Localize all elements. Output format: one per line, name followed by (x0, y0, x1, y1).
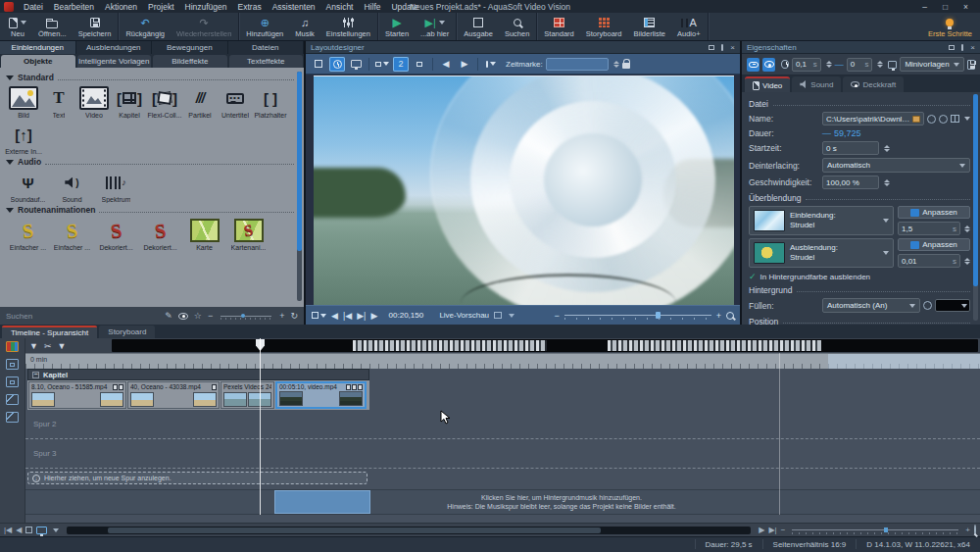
zeitmarke-spinner[interactable] (613, 61, 619, 68)
timeline-clip-2[interactable]: 40, Oceano - 43038.mp4 (127, 381, 220, 409)
speed-field[interactable]: 100,00 % (822, 176, 879, 189)
undo-button[interactable]: ↶Rückgängig (120, 13, 171, 40)
tab-video[interactable]: Video (745, 76, 790, 92)
fade-in-duration[interactable]: 1,5s (898, 222, 960, 235)
deinterlacing-dropdown[interactable]: Automatisch (822, 158, 970, 173)
fade-to-background-checkbox[interactable]: ✓ In Hintergrundfarbe ausblenden (749, 272, 970, 281)
flag-icon[interactable] (483, 57, 499, 72)
route-kartenanimation[interactable]: SKartenani... (226, 218, 270, 251)
section-routenanimationen[interactable]: Routenanimationen (6, 205, 294, 215)
cursor-next-icon[interactable]: ▶ (457, 57, 472, 72)
minivorlagen-dropdown[interactable]: Minivorlagen (900, 57, 963, 72)
timeline-hscrollbar[interactable] (67, 527, 751, 534)
search-input[interactable] (6, 312, 159, 321)
menu-hilfe[interactable]: Hilfe (359, 2, 385, 12)
layout-standard-button[interactable]: Standard (538, 13, 579, 40)
float-panel-icon[interactable] (709, 45, 714, 50)
preview-monitor-icon[interactable] (36, 527, 47, 534)
file-path-field[interactable]: C:\Users\patrik\Downloads\video.mp4 (822, 112, 924, 125)
fade-out-anpassen-button[interactable]: Anpassen (898, 238, 970, 251)
collapse-track-icon[interactable]: − (32, 372, 39, 378)
object-externe-inhalte[interactable]: [↑]Externe In... (6, 122, 41, 155)
object-spektrum[interactable]: ♪Spektrum (94, 170, 138, 203)
go-end-icon[interactable]: ▶| (768, 526, 776, 534)
fade-out-duration[interactable]: 0,01s (898, 254, 960, 268)
color-picker-icon[interactable] (923, 301, 932, 310)
layout-storyboard-button[interactable]: Storyboard (580, 13, 628, 40)
route-dekoriert-2[interactable]: SDekoriert... (138, 218, 182, 251)
go-start-icon[interactable]: |◀ (4, 526, 12, 534)
object-kapitel[interactable]: []Kapitel (112, 85, 147, 119)
music-track[interactable]: Klicken Sie hier, um Hintergrundmusik hi… (25, 489, 980, 515)
object-bild[interactable]: Bild (6, 85, 41, 119)
layout-bilderliste-button[interactable]: Bilderliste (627, 13, 671, 40)
fade-in-duration-field[interactable]: 0,1s (792, 58, 821, 72)
link-toggle-icon[interactable] (747, 58, 760, 72)
play-back-icon[interactable]: ◀ (16, 526, 22, 534)
timeline-clip-4-selected[interactable]: 00:05:10, video.mp4 (275, 381, 367, 409)
menu-aktionen[interactable]: Aktionen (100, 2, 142, 12)
preview-zoom-slider[interactable] (564, 315, 711, 316)
tab-timeline-spuransicht[interactable]: Timeline - Spuransicht (2, 326, 97, 338)
start-time-field[interactable]: 0 s (822, 141, 879, 155)
visibility-toggle-icon[interactable] (762, 58, 775, 72)
skip-end-icon[interactable]: ▶| (357, 311, 366, 321)
stop-icon[interactable] (25, 527, 32, 533)
fade-out-dropdown[interactable]: Ausblendung:Strudel (749, 238, 894, 268)
timeline-zoom-in-icon[interactable]: + (965, 526, 970, 534)
preview-menu-icon[interactable] (494, 312, 502, 319)
fill-mode-dropdown[interactable]: Automatisch (An) (822, 298, 920, 313)
erste-schritte-button[interactable]: Erste Schritte (922, 13, 978, 40)
pin-panel-icon[interactable] (961, 44, 963, 51)
music-button[interactable]: ♫Musik (289, 13, 320, 40)
layout-audio-button[interactable]: AAudio+ (671, 13, 707, 40)
route-einfacher-2[interactable]: SEinfacher ... (50, 218, 94, 251)
zoom-in-icon[interactable]: + (279, 311, 284, 321)
track-view-icon[interactable] (6, 341, 19, 352)
start-from-here-button[interactable]: ▶|...ab hier (415, 13, 455, 40)
object-partikel[interactable]: ///Partikel (182, 85, 218, 119)
cursor-prev-icon[interactable]: ◀ (438, 57, 454, 72)
track-spur3[interactable]: Spur 3 (25, 439, 980, 469)
properties-scrollbar[interactable] (973, 94, 978, 321)
tab-intelligente-vorlagen[interactable]: Intelligente Vorlagen (77, 55, 152, 68)
duration-link[interactable]: 59,725 (834, 128, 861, 138)
duplicate-track-icon[interactable] (6, 359, 19, 370)
edit-filter-icon[interactable]: ✎ (165, 311, 172, 321)
snap-2-icon[interactable]: 2 (393, 57, 409, 72)
timeline-clip-1[interactable]: 8.10, Oceano - 51585.mp4 (28, 381, 126, 409)
object-video[interactable]: Video (76, 85, 112, 119)
timeline-magnifier-icon[interactable] (974, 526, 976, 534)
tab-einblendungen[interactable]: Einblendungen (0, 41, 76, 54)
output-button[interactable]: Ausgabe (458, 13, 499, 40)
object-soundaufnahme[interactable]: ΨSoundauf... (6, 170, 50, 203)
menu-datei[interactable]: Datei (19, 2, 48, 12)
visibility-icon[interactable] (178, 313, 188, 320)
preview-zoom-out-icon[interactable]: − (554, 311, 559, 321)
new-button[interactable]: Neu (3, 13, 32, 40)
skip-start-icon[interactable]: |◀ (343, 311, 352, 321)
grid-2-icon[interactable] (412, 57, 427, 72)
maximize-button[interactable]: □ (943, 2, 948, 12)
section-audio[interactable]: Audio (6, 157, 294, 167)
timeline-playhead[interactable] (260, 338, 261, 515)
toolbox-scrollbar[interactable] (297, 72, 302, 301)
reset-view-icon[interactable]: ↻ (290, 311, 298, 321)
close-panel-icon[interactable]: × (970, 43, 975, 52)
menu-assistenten[interactable]: Assistenten (268, 2, 320, 12)
chevron-down-icon[interactable] (964, 117, 970, 121)
object-sound[interactable]: )Sound (50, 170, 94, 203)
fit-range-icon[interactable] (6, 412, 19, 423)
timeline-clip-3[interactable]: Pexels Videos 2430828... (220, 381, 274, 409)
menu-bearbeiten[interactable]: Bearbeiten (49, 2, 99, 12)
tab-texteffekte[interactable]: Texteffekte (229, 55, 304, 68)
close-button[interactable]: × (963, 2, 968, 12)
copy-track-icon[interactable] (6, 376, 19, 387)
fade-in-dropdown[interactable]: Einblendung:Strudel (749, 206, 894, 235)
tab-sound[interactable]: Sound (792, 76, 841, 92)
monitor-icon[interactable] (888, 61, 897, 69)
timeline-zoom-slider[interactable] (792, 529, 958, 530)
rotate-left-icon[interactable] (927, 115, 936, 124)
fade-in-anpassen-button[interactable]: Anpassen (898, 206, 970, 219)
timeline-zoom-out-icon[interactable]: − (781, 526, 786, 534)
